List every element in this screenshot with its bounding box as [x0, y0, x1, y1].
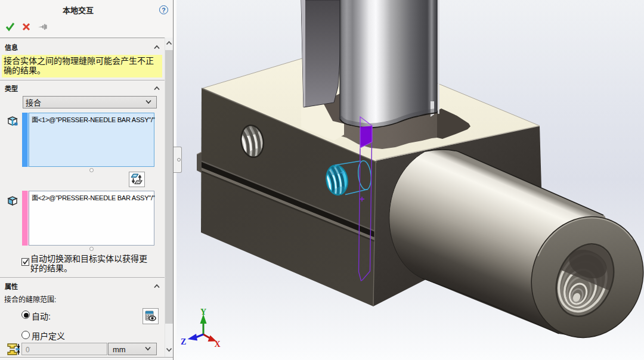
svg-text:Z: Z	[181, 337, 186, 346]
svg-text:X: X	[215, 340, 221, 349]
svg-text:Y: Y	[200, 308, 206, 316]
